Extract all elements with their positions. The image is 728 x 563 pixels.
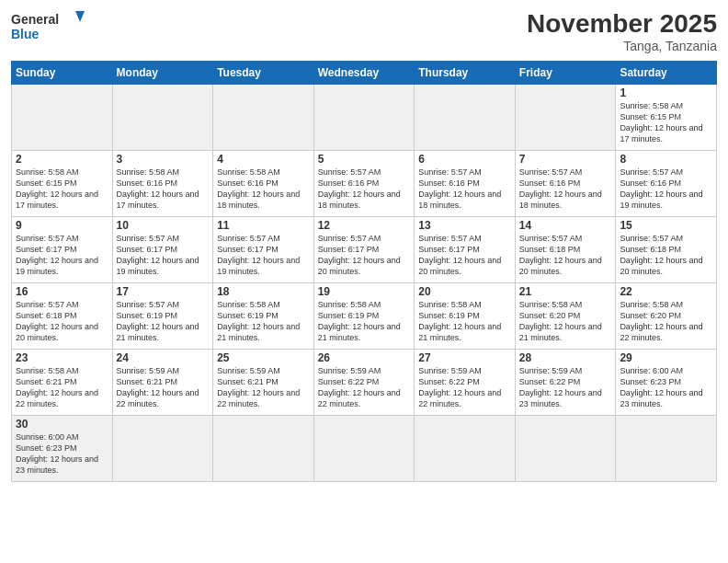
day-header: Saturday bbox=[616, 62, 717, 85]
calendar-cell: 24Sunrise: 5:59 AM Sunset: 6:21 PM Dayli… bbox=[112, 350, 213, 416]
day-info: Sunrise: 5:57 AM Sunset: 6:17 PM Dayligh… bbox=[418, 233, 511, 278]
day-info: Sunrise: 5:58 AM Sunset: 6:19 PM Dayligh… bbox=[217, 299, 310, 344]
day-number: 14 bbox=[519, 219, 612, 232]
day-info: Sunrise: 5:57 AM Sunset: 6:17 PM Dayligh… bbox=[16, 233, 108, 278]
day-number: 13 bbox=[418, 219, 511, 232]
day-number: 15 bbox=[620, 219, 712, 232]
day-number: 17 bbox=[117, 285, 210, 298]
day-info: Sunrise: 5:59 AM Sunset: 6:21 PM Dayligh… bbox=[117, 365, 210, 410]
day-info: Sunrise: 5:57 AM Sunset: 6:16 PM Dayligh… bbox=[620, 167, 712, 212]
logo: General Blue bbox=[11, 9, 85, 46]
calendar-cell: 14Sunrise: 5:57 AM Sunset: 6:18 PM Dayli… bbox=[515, 217, 616, 283]
calendar-cell: 7Sunrise: 5:57 AM Sunset: 6:16 PM Daylig… bbox=[515, 151, 616, 217]
day-number: 11 bbox=[217, 219, 310, 232]
day-info: Sunrise: 5:59 AM Sunset: 6:22 PM Dayligh… bbox=[519, 365, 612, 410]
day-header: Friday bbox=[515, 62, 616, 85]
day-info: Sunrise: 5:57 AM Sunset: 6:18 PM Dayligh… bbox=[620, 233, 712, 278]
day-number: 19 bbox=[318, 285, 411, 298]
calendar-cell: 2Sunrise: 5:58 AM Sunset: 6:15 PM Daylig… bbox=[12, 151, 113, 217]
calendar-cell: 11Sunrise: 5:57 AM Sunset: 6:17 PM Dayli… bbox=[213, 217, 314, 283]
calendar-cell: 17Sunrise: 5:57 AM Sunset: 6:19 PM Dayli… bbox=[112, 283, 213, 350]
calendar-week-row: 30Sunrise: 6:00 AM Sunset: 6:23 PM Dayli… bbox=[12, 416, 717, 482]
day-info: Sunrise: 5:57 AM Sunset: 6:18 PM Dayligh… bbox=[519, 233, 612, 278]
day-header: Monday bbox=[112, 62, 213, 85]
calendar-cell: 13Sunrise: 5:57 AM Sunset: 6:17 PM Dayli… bbox=[415, 217, 516, 283]
calendar-cell bbox=[415, 85, 516, 151]
day-number: 10 bbox=[117, 219, 210, 232]
calendar-cell bbox=[313, 85, 415, 151]
day-number: 8 bbox=[620, 153, 712, 166]
location: Tanga, Tanzania bbox=[527, 39, 717, 53]
svg-text:General: General bbox=[11, 12, 59, 27]
day-number: 1 bbox=[620, 86, 712, 99]
day-info: Sunrise: 5:57 AM Sunset: 6:17 PM Dayligh… bbox=[217, 233, 310, 278]
calendar-cell: 6Sunrise: 5:57 AM Sunset: 6:16 PM Daylig… bbox=[415, 151, 516, 217]
day-number: 16 bbox=[16, 285, 108, 298]
day-info: Sunrise: 5:58 AM Sunset: 6:16 PM Dayligh… bbox=[217, 167, 310, 212]
day-number: 2 bbox=[16, 153, 108, 166]
day-number: 28 bbox=[519, 351, 612, 364]
day-number: 23 bbox=[16, 351, 108, 364]
day-number: 9 bbox=[16, 219, 108, 232]
calendar-cell bbox=[515, 85, 616, 151]
day-number: 20 bbox=[418, 285, 511, 298]
calendar-week-row: 2Sunrise: 5:58 AM Sunset: 6:15 PM Daylig… bbox=[12, 151, 717, 217]
calendar-cell: 16Sunrise: 5:57 AM Sunset: 6:18 PM Dayli… bbox=[12, 283, 113, 350]
calendar-week-row: 23Sunrise: 5:58 AM Sunset: 6:21 PM Dayli… bbox=[12, 350, 717, 416]
calendar-week-row: 16Sunrise: 5:57 AM Sunset: 6:18 PM Dayli… bbox=[12, 283, 717, 350]
day-number: 12 bbox=[318, 219, 411, 232]
day-info: Sunrise: 5:58 AM Sunset: 6:16 PM Dayligh… bbox=[117, 167, 210, 212]
calendar-cell: 9Sunrise: 5:57 AM Sunset: 6:17 PM Daylig… bbox=[12, 217, 113, 283]
calendar-cell: 25Sunrise: 5:59 AM Sunset: 6:21 PM Dayli… bbox=[213, 350, 314, 416]
calendar-cell: 23Sunrise: 5:58 AM Sunset: 6:21 PM Dayli… bbox=[12, 350, 113, 416]
calendar-week-row: 9Sunrise: 5:57 AM Sunset: 6:17 PM Daylig… bbox=[12, 217, 717, 283]
calendar-cell bbox=[415, 416, 516, 482]
calendar-cell: 30Sunrise: 6:00 AM Sunset: 6:23 PM Dayli… bbox=[12, 416, 113, 482]
day-number: 30 bbox=[16, 418, 108, 431]
day-info: Sunrise: 5:57 AM Sunset: 6:18 PM Dayligh… bbox=[16, 299, 108, 344]
calendar-cell: 29Sunrise: 6:00 AM Sunset: 6:23 PM Dayli… bbox=[616, 350, 717, 416]
day-number: 24 bbox=[117, 351, 210, 364]
day-number: 25 bbox=[217, 351, 310, 364]
day-info: Sunrise: 5:58 AM Sunset: 6:21 PM Dayligh… bbox=[16, 365, 108, 410]
calendar-cell: 20Sunrise: 5:58 AM Sunset: 6:19 PM Dayli… bbox=[415, 283, 516, 350]
calendar-cell: 19Sunrise: 5:58 AM Sunset: 6:19 PM Dayli… bbox=[313, 283, 415, 350]
calendar-cell bbox=[515, 416, 616, 482]
day-number: 26 bbox=[318, 351, 411, 364]
calendar-cell: 27Sunrise: 5:59 AM Sunset: 6:22 PM Dayli… bbox=[415, 350, 516, 416]
day-info: Sunrise: 5:57 AM Sunset: 6:16 PM Dayligh… bbox=[418, 167, 511, 212]
day-info: Sunrise: 5:58 AM Sunset: 6:20 PM Dayligh… bbox=[620, 299, 712, 344]
day-info: Sunrise: 5:57 AM Sunset: 6:17 PM Dayligh… bbox=[117, 233, 210, 278]
day-info: Sunrise: 5:58 AM Sunset: 6:15 PM Dayligh… bbox=[620, 100, 712, 145]
calendar-week-row: 1Sunrise: 5:58 AM Sunset: 6:15 PM Daylig… bbox=[12, 85, 717, 151]
day-header: Tuesday bbox=[213, 62, 314, 85]
svg-text:Blue: Blue bbox=[11, 27, 40, 41]
calendar-cell bbox=[112, 85, 213, 151]
header: General Blue November 2025 Tanga, Tanzan… bbox=[11, 9, 717, 53]
day-info: Sunrise: 5:58 AM Sunset: 6:19 PM Dayligh… bbox=[418, 299, 511, 344]
calendar-cell bbox=[213, 85, 314, 151]
day-info: Sunrise: 5:58 AM Sunset: 6:15 PM Dayligh… bbox=[16, 167, 108, 212]
day-info: Sunrise: 5:59 AM Sunset: 6:21 PM Dayligh… bbox=[217, 365, 310, 410]
calendar-cell bbox=[616, 416, 717, 482]
calendar: SundayMondayTuesdayWednesdayThursdayFrid… bbox=[11, 61, 717, 482]
day-header: Wednesday bbox=[313, 62, 415, 85]
day-number: 18 bbox=[217, 285, 310, 298]
calendar-cell bbox=[112, 416, 213, 482]
day-info: Sunrise: 6:00 AM Sunset: 6:23 PM Dayligh… bbox=[16, 431, 108, 477]
calendar-cell: 28Sunrise: 5:59 AM Sunset: 6:22 PM Dayli… bbox=[515, 350, 616, 416]
page: General Blue November 2025 Tanga, Tanzan… bbox=[0, 0, 728, 563]
calendar-cell: 4Sunrise: 5:58 AM Sunset: 6:16 PM Daylig… bbox=[213, 151, 314, 217]
day-number: 5 bbox=[318, 153, 411, 166]
calendar-cell: 8Sunrise: 5:57 AM Sunset: 6:16 PM Daylig… bbox=[616, 151, 717, 217]
calendar-cell: 21Sunrise: 5:58 AM Sunset: 6:20 PM Dayli… bbox=[515, 283, 616, 350]
day-info: Sunrise: 5:57 AM Sunset: 6:19 PM Dayligh… bbox=[117, 299, 210, 344]
day-number: 3 bbox=[117, 153, 210, 166]
calendar-cell: 18Sunrise: 5:58 AM Sunset: 6:19 PM Dayli… bbox=[213, 283, 314, 350]
day-info: Sunrise: 6:00 AM Sunset: 6:23 PM Dayligh… bbox=[620, 365, 712, 410]
day-info: Sunrise: 5:57 AM Sunset: 6:16 PM Dayligh… bbox=[318, 167, 411, 212]
day-number: 27 bbox=[418, 351, 511, 364]
day-number: 29 bbox=[620, 351, 712, 364]
logo-svg: General Blue bbox=[11, 9, 85, 46]
title-block: November 2025 Tanga, Tanzania bbox=[527, 9, 717, 53]
